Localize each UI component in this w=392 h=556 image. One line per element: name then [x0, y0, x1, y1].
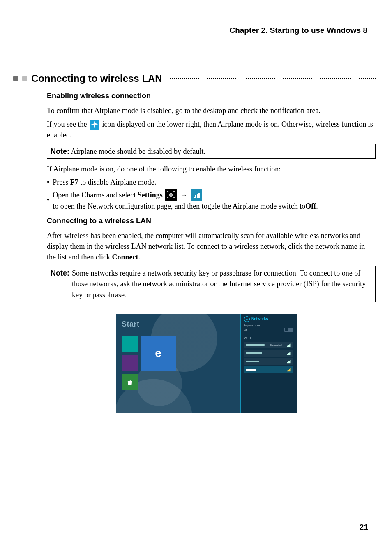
connect-label: Connect [112, 253, 138, 261]
note-label: Note: [51, 268, 69, 300]
airplane-mode-state: Off [244, 328, 247, 332]
svg-rect-28 [291, 360, 291, 364]
svg-rect-16 [198, 193, 200, 198]
start-label: Start [122, 319, 234, 329]
text-run: After wireless has been enabled, the com… [47, 232, 365, 261]
svg-rect-14 [195, 195, 196, 198]
text-run: . [316, 201, 318, 211]
chapter-title: Chapter 2. Starting to use Windows 8 [37, 25, 376, 36]
list-item: • Open the Charms and select Settings [47, 189, 376, 211]
note-text: Airplane mode should be disabled by defa… [71, 147, 205, 155]
svg-rect-24 [291, 352, 291, 355]
bullet-dot: • [47, 195, 49, 205]
text-run: Press [53, 178, 70, 186]
wifi-signal-icon [191, 189, 202, 201]
text-run: to open the Network configuration page, … [53, 201, 305, 211]
start-tile [122, 355, 138, 371]
note-box: Note: Airplane mode should be disabled b… [47, 144, 376, 159]
off-label: Off [305, 201, 316, 211]
page-number: 21 [360, 521, 368, 533]
paragraph: If you see the icon displayed on the low… [47, 119, 376, 141]
connected-label: Connected [270, 343, 281, 347]
svg-rect-6 [174, 195, 176, 195]
text-run: If you see the [47, 120, 89, 128]
svg-rect-19 [289, 345, 290, 347]
wifi-bars-icon [287, 359, 292, 364]
wifi-bars-icon [287, 343, 292, 347]
networks-panel: ← Networks Airplane mode Off Wi-Fi Conne… [240, 314, 297, 413]
internet-explorer-icon: e [155, 345, 161, 362]
svg-rect-13 [194, 197, 195, 198]
svg-rect-18 [288, 345, 289, 347]
svg-rect-23 [289, 353, 290, 355]
svg-rect-25 [287, 362, 288, 364]
start-screen: Start e [116, 314, 240, 413]
figure: Start e [37, 314, 376, 413]
svg-rect-4 [171, 198, 171, 200]
svg-rect-15 [197, 194, 198, 198]
bullet-dot: • [47, 177, 49, 188]
shopping-bag-icon [126, 378, 134, 386]
svg-rect-5 [166, 195, 168, 195]
wifi-item-selected [244, 366, 293, 373]
networks-title: ← Networks [244, 316, 293, 322]
key-label: F7 [70, 178, 78, 186]
subheading-connecting: Connecting to a wireless LAN [47, 215, 376, 226]
airplane-toggle [284, 328, 293, 332]
ie-tile: e [141, 336, 176, 371]
paragraph: If Airplane mode is on, do one of the fo… [47, 164, 376, 174]
heading-bullet-light [22, 76, 27, 81]
svg-point-11 [170, 194, 172, 196]
settings-gear-icon [165, 189, 177, 201]
wifi-section-header: Wi-Fi [244, 336, 293, 340]
heading-bullet-dark [13, 76, 18, 81]
svg-rect-30 [288, 370, 289, 371]
paragraph: After wireless has been enabled, the com… [47, 230, 376, 262]
svg-rect-3 [171, 190, 171, 192]
svg-rect-26 [288, 361, 289, 363]
wifi-bars-icon [287, 351, 292, 355]
networks-title-text: Networks [251, 316, 268, 322]
svg-rect-29 [287, 371, 288, 372]
note-box: Note: Some networks require a network se… [47, 266, 376, 302]
section-heading-row: Connecting to wireless LAN [13, 72, 376, 86]
svg-rect-27 [289, 361, 290, 364]
heading-rule [170, 78, 376, 79]
airplane-icon [90, 120, 99, 130]
subheading-enabling: Enabling wireless connection [47, 90, 376, 101]
paragraph: To confirm that Airplane mode is disable… [47, 105, 376, 116]
note-text: Some networks require a network security… [72, 268, 372, 300]
note-label: Note: [51, 147, 69, 155]
svg-rect-12 [191, 189, 202, 201]
text-run: Open the Charms and select [53, 190, 136, 200]
wifi-item [244, 358, 293, 365]
settings-label: Settings [138, 190, 163, 200]
svg-rect-22 [288, 353, 289, 355]
svg-rect-21 [287, 354, 288, 355]
wifi-secure-icon [287, 368, 292, 372]
wifi-item [244, 350, 293, 357]
svg-rect-32 [291, 368, 291, 372]
svg-rect-17 [287, 346, 288, 347]
airplane-mode-label: Airplane mode [244, 324, 260, 327]
svg-rect-20 [291, 344, 291, 347]
windows8-start-screenshot: Start e [116, 314, 297, 413]
section-heading: Connecting to wireless LAN [31, 72, 162, 86]
wifi-item: Connected [244, 342, 293, 348]
text-run: . [138, 253, 140, 261]
text-run: to disable Airplane mode. [78, 178, 156, 186]
svg-rect-31 [289, 369, 290, 372]
store-tile [122, 374, 138, 390]
arrow-glyph: → [180, 190, 187, 200]
list-item: • Press F7 to disable Airplane mode. [47, 177, 376, 188]
start-tile [122, 336, 138, 352]
back-arrow-icon: ← [244, 316, 250, 322]
